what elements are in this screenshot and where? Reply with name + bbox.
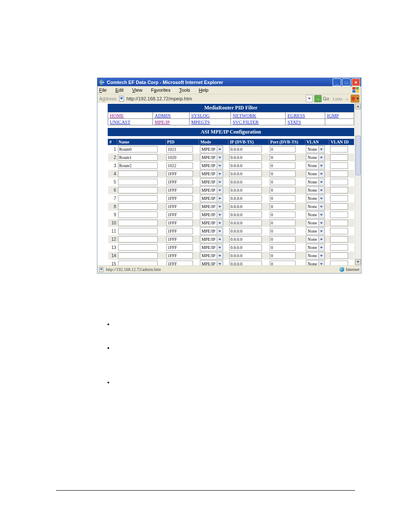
pid-input[interactable]	[166, 162, 193, 169]
vlanid-input[interactable]	[330, 252, 348, 259]
menu-tools[interactable]: Tools	[179, 87, 195, 93]
nav-link-stats[interactable]: STATS	[287, 119, 301, 124]
pid-input[interactable]	[166, 171, 193, 177]
vlanid-input[interactable]	[330, 195, 348, 202]
ip-input[interactable]	[229, 195, 262, 202]
name-input[interactable]	[118, 187, 158, 193]
name-input[interactable]	[118, 146, 158, 152]
pid-input[interactable]	[166, 236, 193, 243]
vlanid-input[interactable]	[330, 146, 348, 152]
port-input[interactable]	[270, 220, 296, 226]
nav-link-syslog[interactable]: SYSLOG	[191, 113, 210, 118]
ip-input[interactable]	[229, 146, 262, 152]
name-input[interactable]	[118, 179, 158, 185]
vlanid-input[interactable]	[330, 212, 348, 218]
ip-input[interactable]	[229, 179, 262, 185]
nav-link-igmp[interactable]: IGMP	[327, 113, 339, 118]
vlan-select[interactable]: None	[306, 178, 325, 186]
scroll-down-button[interactable]	[355, 259, 361, 265]
vlan-select[interactable]: None	[306, 203, 325, 210]
ip-input[interactable]	[229, 261, 262, 265]
ip-input[interactable]	[229, 162, 262, 169]
nav-link-unicast[interactable]: UNICAST	[110, 119, 131, 124]
vlan-select[interactable]: None	[306, 244, 325, 251]
port-input[interactable]	[270, 171, 296, 177]
pid-input[interactable]	[166, 212, 193, 218]
links-more[interactable]: »	[346, 95, 348, 102]
ip-input[interactable]	[229, 228, 262, 234]
ip-input[interactable]	[229, 220, 262, 226]
pid-input[interactable]	[166, 187, 193, 193]
vlanid-input[interactable]	[330, 261, 348, 265]
ip-input[interactable]	[229, 244, 262, 251]
menu-edit[interactable]: Edit	[115, 87, 128, 93]
vlan-select[interactable]: None	[306, 219, 325, 227]
vlan-select[interactable]: None	[306, 154, 325, 161]
mode-select[interactable]: MPE/IP	[200, 252, 223, 259]
pid-input[interactable]	[166, 244, 193, 251]
port-input[interactable]	[270, 236, 296, 243]
name-input[interactable]	[118, 252, 158, 259]
pid-input[interactable]	[166, 146, 193, 152]
port-input[interactable]	[270, 228, 296, 234]
port-input[interactable]	[270, 162, 296, 169]
scroll-track[interactable]	[355, 110, 361, 258]
vlan-select[interactable]: None	[306, 162, 325, 169]
port-input[interactable]	[270, 146, 296, 152]
pid-input[interactable]	[166, 252, 193, 259]
scroll-thumb[interactable]	[355, 136, 361, 175]
window-maximize-button[interactable]: □	[342, 78, 351, 86]
mode-select[interactable]: MPE/IP	[200, 195, 223, 202]
pid-input[interactable]	[166, 179, 193, 185]
vlanid-input[interactable]	[330, 203, 348, 210]
nav-link-home[interactable]: HOME	[110, 113, 124, 118]
menu-view[interactable]: View	[132, 87, 147, 93]
name-input[interactable]	[118, 212, 158, 218]
mode-select[interactable]: MPE/IP	[200, 244, 223, 251]
port-input[interactable]	[270, 195, 296, 202]
address-dropdown-button[interactable]	[306, 95, 313, 103]
vlanid-input[interactable]	[330, 162, 348, 169]
ip-input[interactable]	[229, 154, 262, 161]
vlan-select[interactable]: None	[306, 170, 325, 177]
mode-select[interactable]: MPE/IP	[200, 236, 223, 243]
window-minimize-button[interactable]: _	[333, 78, 341, 86]
name-input[interactable]	[118, 220, 158, 226]
links-label[interactable]: Links	[333, 95, 342, 102]
name-input[interactable]	[118, 228, 158, 234]
port-input[interactable]	[270, 203, 296, 210]
pid-input[interactable]	[166, 154, 193, 161]
menu-favorites[interactable]: Favorites	[151, 87, 174, 93]
name-input[interactable]	[118, 203, 158, 210]
name-input[interactable]	[118, 261, 158, 265]
name-input[interactable]	[118, 244, 158, 251]
nav-link-admin[interactable]: ADMIN	[155, 113, 171, 118]
vlanid-input[interactable]	[330, 154, 348, 161]
vlanid-input[interactable]	[330, 179, 348, 185]
mode-select[interactable]: MPE/IP	[200, 187, 223, 194]
pid-input[interactable]	[166, 220, 193, 226]
name-input[interactable]	[118, 195, 158, 202]
vertical-scrollbar[interactable]	[355, 103, 361, 265]
name-input[interactable]	[118, 171, 158, 177]
pid-input[interactable]	[166, 228, 193, 234]
nav-link-network[interactable]: NETWORK	[233, 113, 256, 118]
ip-input[interactable]	[229, 252, 262, 259]
vlan-select[interactable]: None	[306, 227, 325, 235]
port-input[interactable]	[270, 252, 296, 259]
mode-select[interactable]: MPE/IP	[200, 146, 223, 153]
vlan-select[interactable]: None	[306, 252, 325, 259]
ip-input[interactable]	[229, 171, 262, 177]
pid-input[interactable]	[166, 261, 193, 265]
nav-link-svc-filter[interactable]: SVC FILTER	[233, 119, 258, 124]
mode-select[interactable]: MPE/IP	[200, 203, 223, 210]
vlanid-input[interactable]	[330, 228, 348, 234]
mode-select[interactable]: MPE/IP	[200, 170, 223, 177]
vlan-select[interactable]: None	[306, 211, 325, 218]
vlanid-input[interactable]	[330, 187, 348, 193]
ip-input[interactable]	[229, 203, 262, 210]
pid-input[interactable]	[166, 203, 193, 210]
vlan-select[interactable]: None	[306, 260, 325, 265]
nav-link-egress[interactable]: EGRESS	[287, 113, 305, 118]
vlan-select[interactable]: None	[306, 195, 325, 202]
